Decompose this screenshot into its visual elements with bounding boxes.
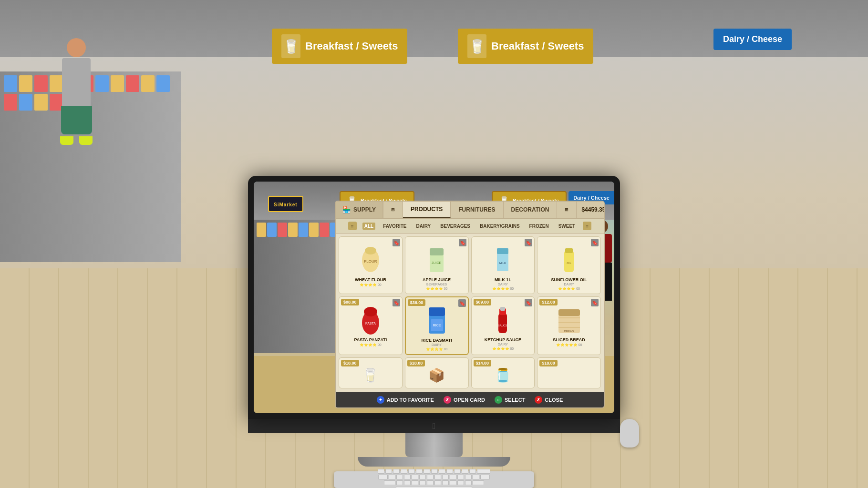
tab-furnitures[interactable]: FURNITURES bbox=[451, 201, 503, 218]
svg-text:RICE: RICE bbox=[433, 324, 441, 327]
tab-products[interactable]: PRODUCTS bbox=[403, 201, 451, 218]
pasta-rating: ⭐⭐⭐⭐ 00 bbox=[360, 343, 382, 347]
product-sunflower-oil[interactable]: 🔖 OIL SUNFLOWER OIL DAIRY ⭐⭐⭐⭐ 00 bbox=[537, 236, 601, 294]
select-icon: ○ bbox=[495, 396, 502, 404]
product-row-2: $08.00 🔖 PASTA PASTA PANZATI ⭐⭐⭐⭐ 00 bbox=[339, 296, 601, 355]
product-partial-d[interactable]: $18.00 bbox=[537, 357, 601, 388]
filter-beverages[interactable]: BEVERAGES bbox=[438, 223, 472, 230]
bookmark-rice[interactable]: 🔖 bbox=[458, 299, 466, 307]
milk-name: MILK 1L bbox=[495, 277, 511, 282]
svg-rect-16 bbox=[429, 307, 445, 316]
ketchup-image: SAUCE bbox=[488, 305, 517, 336]
close-btn[interactable]: ✗ CLOSE bbox=[535, 396, 563, 404]
nav-left-icon: ⊞ bbox=[383, 201, 403, 218]
sunflower-oil-rating: ⭐⭐⭐⭐ 00 bbox=[558, 287, 580, 291]
apple-logo:  bbox=[433, 421, 436, 431]
product-partial-c[interactable]: $14.00 🫙 bbox=[471, 357, 535, 388]
partial-c-price: $14.00 bbox=[474, 360, 492, 366]
bookmark-milk[interactable]: 🔖 bbox=[525, 239, 532, 246]
npc-man bbox=[57, 38, 95, 181]
bookmark-ketchup[interactable]: 🔖 bbox=[525, 299, 532, 306]
filter-bar: ≡ ALL FAVORITE DAIRY BEVERAGES BAKERY/GR… bbox=[336, 219, 604, 234]
action-bar: ✦ ADD TO FAVORITE ✗ OPEN CARD ○ SELECT bbox=[336, 392, 604, 407]
milk-image: MILK bbox=[488, 244, 517, 275]
partial-a-image: 🥛 bbox=[339, 367, 402, 383]
products-area[interactable]: 🔖 FLOUR WHEAT FLOUR ⭐⭐⭐⭐ 00 🔖 bbox=[336, 234, 604, 401]
shoe-left bbox=[60, 136, 73, 145]
filter-dairy[interactable]: DAIRY bbox=[414, 223, 433, 230]
bookmark-bread[interactable]: 🔖 bbox=[591, 299, 599, 306]
store-sign-1: 🥛 Breakfast / Sweets bbox=[272, 29, 407, 64]
partial-d-price: $18.00 bbox=[539, 360, 558, 366]
bookmark-pasta[interactable]: 🔖 bbox=[393, 299, 400, 306]
supply-tab[interactable]: 🏪 SUPPLY bbox=[336, 202, 383, 218]
imac-screen: SiMarket 🥛 Breakfast / Sweets 🥛 Breakfas… bbox=[248, 176, 620, 419]
product-row-1: 🔖 FLOUR WHEAT FLOUR ⭐⭐⭐⭐ 00 🔖 bbox=[339, 236, 601, 294]
filter-bakery-grains[interactable]: BAKERY/GRAINS bbox=[478, 223, 522, 230]
product-partial-b[interactable]: $18.00 📦 bbox=[405, 357, 469, 388]
npc-man-head bbox=[67, 38, 86, 57]
milk-sub: DAIRY bbox=[498, 283, 508, 286]
supply-panel: 🏪 SUPPLY ⊞ PRODUCTS FURNITURES bbox=[335, 201, 605, 408]
balance-amount: $4459.35 bbox=[581, 206, 605, 213]
mouse[interactable] bbox=[620, 419, 639, 447]
svg-text:PASTA: PASTA bbox=[365, 322, 376, 325]
svg-rect-10 bbox=[565, 248, 573, 253]
wheat-flour-image: FLOUR bbox=[356, 244, 385, 275]
product-milk[interactable]: 🔖 MILK MILK 1L DAIRY ⭐⭐⭐⭐ 00 bbox=[471, 236, 535, 294]
npc-man-body bbox=[62, 58, 91, 106]
open-card-btn[interactable]: ✗ OPEN CARD bbox=[444, 396, 485, 404]
npc-man-shoes bbox=[57, 136, 95, 145]
keyboard[interactable] bbox=[334, 471, 534, 488]
pasta-name: PASTA PANZATI bbox=[354, 337, 387, 342]
filter-favorite[interactable]: FAVORITE bbox=[381, 223, 408, 230]
add-to-favorite-btn[interactable]: ✦ ADD TO FAVORITE bbox=[377, 396, 434, 404]
game-background: SiMarket 🥛 Breakfast / Sweets 🥛 Breakfas… bbox=[254, 182, 614, 413]
svg-text:MILK: MILK bbox=[499, 262, 506, 264]
bookmark-sunflower-oil[interactable]: 🔖 bbox=[591, 239, 599, 246]
shoe-right bbox=[79, 136, 93, 145]
bread-rating: ⭐⭐⭐⭐⭐ 00 bbox=[556, 343, 582, 347]
rice-sub: DAIRY bbox=[432, 343, 442, 346]
svg-text:FLOUR: FLOUR bbox=[364, 259, 377, 264]
bookmark-wheat-flour[interactable]: 🔖 bbox=[393, 239, 400, 246]
store-sign-3: Dairy / Cheese bbox=[713, 29, 792, 50]
svg-point-1 bbox=[365, 247, 376, 254]
filter-all[interactable]: ALL bbox=[362, 223, 375, 230]
pasta-price: $08.00 bbox=[341, 299, 359, 305]
product-sliced-bread[interactable]: $12.00 🔖 BREAD SLICED BREAD ⭐⭐⭐⭐⭐ 00 bbox=[537, 296, 601, 355]
filter-sweet[interactable]: SWEET bbox=[557, 223, 578, 230]
select-btn[interactable]: ○ SELECT bbox=[495, 396, 525, 404]
ketchup-rating: ⭐⭐⭐⭐ 00 bbox=[492, 347, 514, 351]
ketchup-sub: DAIRY bbox=[498, 343, 508, 346]
bookmark-apple-juice[interactable]: 🔖 bbox=[459, 239, 466, 246]
balance-area: $4459.35 🛒 bbox=[577, 205, 605, 214]
imac-chin:  bbox=[248, 419, 620, 433]
product-ketchup[interactable]: $09.00 🔖 SAUCE KETCHUP SAUCE DAIRY ⭐⭐⭐⭐ … bbox=[471, 296, 535, 355]
product-row-3: $18.00 🥛 $18.00 📦 $14.00 🫙 bbox=[339, 357, 601, 388]
svg-text:JUICE: JUICE bbox=[432, 261, 442, 264]
tab-decoration[interactable]: DECORATION bbox=[504, 201, 558, 218]
sign-icon-1: 🥛 bbox=[281, 34, 300, 58]
partial-b-image: 📦 bbox=[405, 367, 468, 383]
wheat-flour-name: WHEAT FLOUR bbox=[355, 277, 386, 282]
product-pasta-panzati[interactable]: $08.00 🔖 PASTA PASTA PANZATI ⭐⭐⭐⭐ 00 bbox=[339, 296, 403, 355]
filter-frozen[interactable]: FROZEN bbox=[527, 223, 551, 230]
bread-name: SLICED BREAD bbox=[553, 337, 585, 342]
apple-juice-rating: ⭐⭐⭐⭐ 00 bbox=[426, 287, 448, 291]
apple-juice-name: APPLE JUICE bbox=[423, 277, 451, 282]
bread-price: $12.00 bbox=[539, 299, 558, 305]
product-rice-basmati[interactable]: $36.00 🔖 RICE RICE BASMATI DAIRY ⭐⭐⭐⭐ 00 bbox=[405, 296, 469, 355]
product-partial-a[interactable]: $18.00 🥛 bbox=[339, 357, 403, 388]
sign-icon-2: 🥛 bbox=[467, 34, 486, 58]
game-logo: SiMarket bbox=[268, 196, 303, 212]
imac-stand-base bbox=[358, 457, 510, 467]
bread-image: BREAD bbox=[555, 305, 583, 336]
screen-content: SiMarket 🥛 Breakfast / Sweets 🥛 Breakfas… bbox=[254, 182, 614, 413]
product-wheat-flour[interactable]: 🔖 FLOUR WHEAT FLOUR ⭐⭐⭐⭐ 00 bbox=[339, 236, 403, 294]
npc-man-shorts bbox=[61, 106, 92, 134]
svg-rect-21 bbox=[500, 307, 505, 311]
product-apple-juice[interactable]: 🔖 JUICE APPLE JUICE BEVERAGES ⭐⭐⭐⭐ 00 bbox=[405, 236, 469, 294]
close-icon: ✗ bbox=[535, 396, 542, 404]
ketchup-price: $09.00 bbox=[474, 299, 492, 305]
